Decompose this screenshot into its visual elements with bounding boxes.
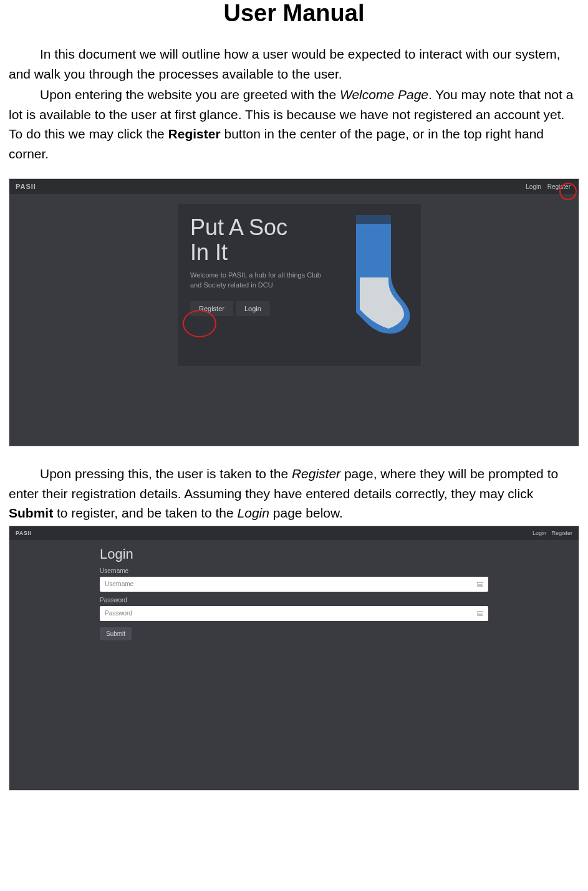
username-placeholder: Username	[105, 580, 133, 587]
login-form: Login Username Username Password Passwor…	[100, 546, 488, 640]
login-page-ref: Login	[238, 506, 269, 520]
keyboard-icon	[477, 581, 483, 587]
paragraph-3: Upon pressing this, the user is taken to…	[9, 464, 579, 523]
text: Upon entering the website you are greete…	[40, 87, 340, 102]
text: Upon pressing this, the user is taken to…	[40, 466, 292, 481]
brand-logo: PASII	[16, 530, 31, 536]
username-label: Username	[100, 567, 488, 574]
paragraph-2: Upon entering the website you are greete…	[9, 85, 579, 163]
password-label: Password	[100, 597, 488, 604]
sock-icon	[335, 213, 410, 337]
navbar: PASII Login Register	[9, 526, 579, 540]
hero-subtitle: Welcome to PASII, a hub for all things C…	[190, 271, 327, 290]
hero-line1: Put A Soc	[190, 214, 287, 240]
svg-rect-7	[477, 612, 483, 615]
register-page-ref: Register	[292, 466, 340, 481]
text: page below.	[269, 506, 343, 520]
submit-button[interactable]: Submit	[100, 627, 132, 640]
svg-rect-1	[477, 582, 483, 586]
submit-ref: Submit	[9, 506, 53, 520]
hero-login-button[interactable]: Login	[236, 301, 270, 316]
hero-line2: In It	[190, 239, 228, 265]
nav-login-link[interactable]: Login	[524, 182, 542, 191]
svg-rect-0	[356, 215, 391, 224]
nav-register-link[interactable]: Register	[551, 530, 572, 536]
page-title: User Manual	[0, 0, 588, 27]
brand-logo: PASII	[16, 183, 36, 190]
register-ref: Register	[168, 127, 221, 141]
paragraph-1: In this document we will outline how a u…	[9, 44, 579, 84]
username-input[interactable]: Username	[100, 577, 488, 592]
welcome-page-screenshot: PASII Login Register Put A Soc In It Wel…	[9, 178, 579, 446]
intro-paragraphs: In this document we will outline how a u…	[0, 44, 588, 163]
hero-register-button[interactable]: Register	[190, 301, 233, 316]
password-input[interactable]: Password	[100, 606, 488, 621]
nav-login-link[interactable]: Login	[533, 530, 546, 536]
keyboard-icon	[477, 610, 483, 617]
navbar: PASII Login Register	[9, 179, 579, 194]
welcome-page-ref: Welcome Page	[340, 87, 428, 102]
login-page-screenshot: PASII Login Register Login Username User…	[9, 526, 579, 791]
nav-register-link[interactable]: Register	[546, 182, 572, 191]
hero-card: Put A Soc In It Welcome to PASII, a hub …	[178, 204, 421, 366]
form-title: Login	[100, 546, 488, 562]
password-placeholder: Password	[105, 610, 132, 617]
middle-paragraph: Upon pressing this, the user is taken to…	[0, 464, 588, 523]
text: to register, and be taken to the	[53, 506, 237, 520]
